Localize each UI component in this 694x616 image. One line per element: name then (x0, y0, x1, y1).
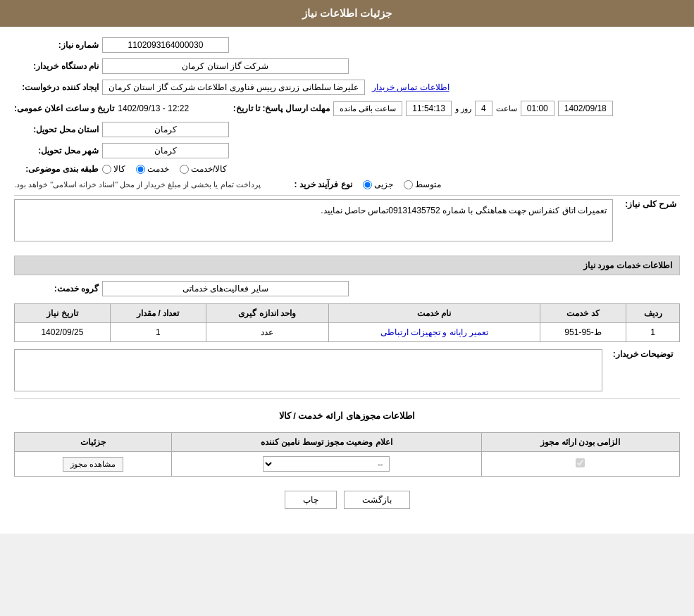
cell-date: 1402/09/25 (15, 323, 111, 342)
col-row-num: ردیف (626, 304, 680, 323)
content-area: 1102093164000030 شماره نیاز: شرکت گاز اس… (0, 27, 694, 534)
license-table-container: الزامی بودن ارائه مجوز اعلام وضعیت مجوز … (14, 432, 680, 477)
date-value: 1402/09/18 (558, 101, 613, 116)
general-desc-value: تعمیرات اتاق کنفرانس جهت هماهنگی با شمار… (14, 199, 613, 241)
creator-label: ایجاد کننده درخواست: (14, 82, 99, 92)
radio-minor[interactable] (363, 180, 372, 189)
radio-service[interactable] (136, 165, 145, 174)
col-date: تاریخ نیاز (15, 304, 111, 323)
cell-row-num: 1 (626, 323, 680, 342)
divider-1 (14, 195, 680, 196)
cell-quantity: 1 (110, 323, 206, 342)
col-required: الزامی بودن ارائه مجوز (481, 433, 679, 452)
province-value: کرمان (102, 122, 229, 137)
subject-option-goods-service: کالا/خدمت (180, 164, 227, 174)
process-option-minor: جزیی (363, 180, 393, 189)
buyer-org-label: نام دستگاه خریدار: (14, 61, 99, 71)
province-label: استان محل تحویل: (14, 125, 99, 134)
service-group-row: سایر فعالیت‌های خدماتی گروه خدمت: (14, 281, 680, 296)
required-checkbox (576, 458, 585, 467)
divider-2 (14, 398, 680, 399)
buyer-notes-row: توضیحات خریدار: (14, 349, 680, 391)
process-note: پرداخت تمام یا بخشی از مبلغ خریدار از مح… (14, 180, 261, 189)
license-row: -- مشاهده مجوز (15, 452, 680, 477)
process-option-medium: متوسط (404, 180, 441, 189)
cell-details: مشاهده مجوز (15, 452, 172, 477)
services-table-header: ردیف کد خدمت نام خدمت واحد اندازه گیری ت… (15, 304, 680, 323)
col-details: جزئیات (15, 433, 172, 452)
license-table: الزامی بودن ارائه مجوز اعلام وضعیت مجوز … (14, 432, 680, 477)
cell-service-code: ط-95-951 (540, 323, 626, 342)
deadline-label: مهلت ارسال پاسخ: تا تاریخ: (217, 103, 330, 113)
city-label: شهر محل تحویل: (14, 146, 99, 156)
subject-label: طبقه بندی موضوعی: (14, 164, 99, 174)
need-number-value: 1102093164000030 (102, 37, 229, 53)
general-desc-row: شرح کلی نیاز: تعمیرات اتاق کنفرانس جهت ه… (14, 199, 680, 249)
need-number-row: 1102093164000030 شماره نیاز: (14, 37, 680, 53)
buyer-notes-label: توضیحات خریدار: (602, 349, 673, 359)
cell-status: -- (171, 452, 481, 477)
page-title: جزئیات اطلاعات نیاز (0, 0, 694, 27)
cell-unit: عدد (206, 323, 328, 342)
col-quantity: تعداد / مقدار (110, 304, 206, 323)
process-options: متوسط جزیی (363, 180, 441, 189)
province-row: کرمان استان محل تحویل: (14, 122, 680, 137)
remaining-value: 11:54:13 (406, 101, 452, 116)
time-label: ساعت (496, 104, 517, 113)
cell-service-name: تعمیر رایانه و تجهیزات ارتباطی (328, 323, 540, 342)
process-type-row: نوع فرآیند خرید : متوسط جزیی پرداخت تمام… (14, 180, 680, 189)
table-row: 1 ط-95-951 تعمیر رایانه و تجهیزات ارتباط… (15, 323, 680, 342)
view-license-button[interactable]: مشاهده مجوز (63, 457, 123, 472)
subject-option-goods: کالا (102, 164, 125, 174)
action-buttons: بازگشت چاپ (14, 491, 680, 509)
deadline-row: ساعت باقی مانده 11:54:13 روز و 4 ساعت 01… (14, 101, 680, 116)
need-number-label: شماره نیاز: (14, 40, 99, 50)
city-row: کرمان شهر محل تحویل: (14, 143, 680, 158)
services-table: ردیف کد خدمت نام خدمت واحد اندازه گیری ت… (14, 303, 680, 342)
creator-value: علیرضا سلطانی زرندی رییس فناوری اطلاعات … (102, 80, 365, 95)
buyer-org-row: شرکت گاز استان کرمان نام دستگاه خریدار: (14, 58, 680, 74)
back-button[interactable]: بازگشت (344, 491, 410, 509)
city-value: کرمان (102, 143, 229, 158)
buyer-contact-link[interactable]: اطلاعات تماس خریدار (372, 82, 450, 92)
subject-option-service: خدمت (136, 164, 169, 174)
announce-datetime-label: تاریخ و ساعت اعلان عمومی: (14, 103, 114, 113)
general-desc-label: شرح کلی نیاز: (613, 199, 676, 209)
col-service-code: کد خدمت (540, 304, 626, 323)
col-status: اعلام وضعیت مجوز توسط نامین کننده (171, 433, 481, 452)
subject-options: کالا/خدمت خدمت کالا (102, 164, 227, 174)
services-table-container: ردیف کد خدمت نام خدمت واحد اندازه گیری ت… (14, 303, 680, 342)
time-value: 01:00 (521, 101, 554, 116)
buyer-notes-value (14, 349, 602, 391)
creator-row: اطلاعات تماس خریدار علیرضا سلطانی زرندی … (14, 80, 680, 95)
col-service-name: نام خدمت (328, 304, 540, 323)
license-table-header: الزامی بودن ارائه مجوز اعلام وضعیت مجوز … (15, 433, 680, 452)
radio-goods-service[interactable] (180, 165, 189, 174)
announce-datetime-value: 1402/09/13 - 12:22 (118, 103, 189, 113)
cell-required (481, 452, 679, 477)
services-section-title: اطلاعات خدمات مورد نیاز (14, 256, 680, 275)
radio-goods[interactable] (102, 165, 111, 174)
process-label: نوع فرآیند خرید : (268, 180, 352, 189)
service-group-label: گروه خدمت: (14, 284, 99, 294)
col-unit: واحد اندازه گیری (206, 304, 328, 323)
subject-category-row: کالا/خدمت خدمت کالا طبقه بندی موضوعی: (14, 164, 680, 174)
buyer-org-value: شرکت گاز استان کرمان (102, 58, 349, 74)
page-wrapper: جزئیات اطلاعات نیاز 1102093164000030 شما… (0, 0, 694, 534)
license-section-title: اطلاعات مجوزهای ارائه خدمت / کالا (14, 406, 680, 425)
print-button[interactable]: چاپ (285, 491, 337, 509)
days-label: روز و (455, 104, 471, 113)
radio-medium[interactable] (404, 180, 413, 189)
remaining-label: ساعت باقی مانده (333, 101, 402, 116)
deadline-fields: ساعت باقی مانده 11:54:13 روز و 4 ساعت 01… (333, 101, 613, 116)
service-group-value: سایر فعالیت‌های خدماتی (102, 281, 349, 296)
status-select[interactable]: -- (263, 456, 390, 472)
days-value: 4 (475, 101, 492, 116)
